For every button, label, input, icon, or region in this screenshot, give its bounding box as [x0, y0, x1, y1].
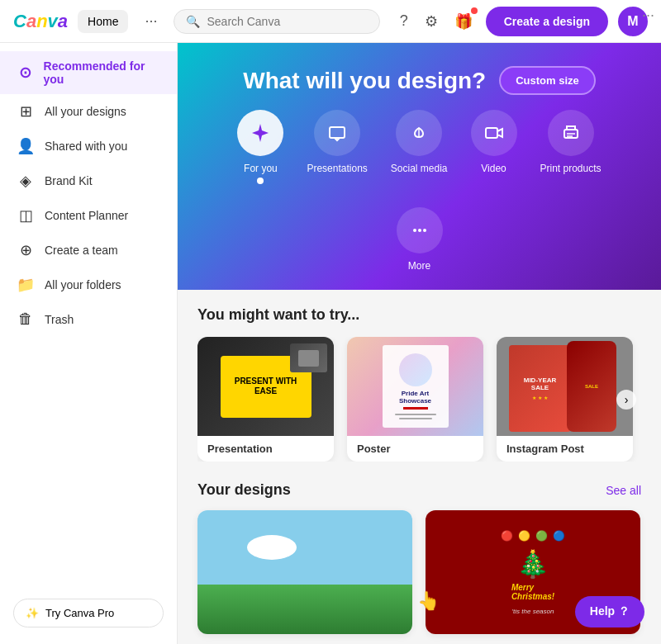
try-card-instagram[interactable]: MID-YEARSALE ★ ★ ★ SALE Instagram Post [497, 337, 633, 462]
svg-point-5 [423, 229, 426, 232]
try-grid: PRESENT WITH EASE Presentation [197, 337, 641, 462]
social-label: Social media [391, 163, 448, 174]
sidebar: ⊙ Recommended for you ⊞ All your designs… [0, 43, 178, 644]
poster-thumbnail: Pride Art Showcase [347, 337, 483, 436]
sidebar-label-all-designs: All your designs [45, 105, 126, 118]
home-icon: ⊙ [17, 64, 34, 82]
sidebar-label-brand: Brand Kit [45, 174, 93, 187]
main-content: What will you design? Custom size For yo… [178, 43, 661, 644]
pro-star-icon: ✨ [26, 607, 39, 619]
design-icon-row: For you Presentations [204, 110, 635, 272]
create-design-button[interactable]: Create a design [486, 7, 608, 36]
presentation-thumbnail: PRESENT WITH EASE [197, 337, 334, 436]
sidebar-item-brand[interactable]: ◈ Brand Kit [0, 163, 177, 198]
video-circle [471, 110, 517, 156]
christmas-tree-icon: 🎄 [516, 548, 549, 580]
instagram-phone: SALE [567, 341, 616, 432]
sidebar-item-folders[interactable]: 📁 All your folders [0, 268, 177, 302]
presentation-label: Presentation [197, 436, 334, 462]
try-card-poster[interactable]: Pride Art Showcase Poster [347, 337, 483, 462]
active-indicator [257, 178, 264, 184]
topnav: Canva Home ··· 🔍 ? ⚙ 🎁 Create a design M [0, 0, 661, 43]
more-circle [397, 207, 443, 253]
try-section-title: You might want to try... [197, 306, 641, 324]
sidebar-item-shared[interactable]: 👤 Shared with you [0, 129, 177, 163]
more-label: More [408, 260, 430, 272]
search-bar: 🔍 [174, 9, 380, 34]
folder-icon: 📁 [17, 276, 35, 294]
sidebar-label-team: Create a team [45, 244, 118, 257]
design-card-landscape[interactable] [197, 510, 412, 634]
design-icon-for-you[interactable]: For you [237, 110, 283, 184]
for-you-circle [237, 110, 283, 156]
design-icon-social[interactable]: Social media [391, 110, 448, 184]
sidebar-item-trash[interactable]: 🗑 Trash [0, 302, 177, 336]
landscape-bg [197, 510, 412, 634]
designs-section-title: Your designs [197, 481, 291, 499]
presentations-label: Presentations [307, 163, 367, 174]
poster-inner: Pride Art Showcase [383, 345, 449, 428]
svg-rect-1 [486, 128, 497, 138]
sidebar-item-recommended[interactable]: ⊙ Recommended for you [0, 51, 177, 94]
landscape-thumbnail [197, 510, 412, 634]
try-card-presentation[interactable]: PRESENT WITH EASE Presentation [197, 337, 334, 462]
try-pro-button[interactable]: ✨ Try Canva Pro [13, 599, 164, 627]
sidebar-item-all-designs[interactable]: ⊞ All your designs [0, 94, 177, 129]
print-label: Print products [540, 163, 602, 174]
design-icon-presentations[interactable]: Presentations [307, 110, 367, 184]
hero-title-row: What will you design? Custom size [204, 66, 635, 95]
for-you-label: For you [244, 163, 278, 174]
chevron-right-button[interactable]: › [616, 390, 636, 410]
cloud-shape [247, 535, 297, 560]
search-icon: 🔍 [186, 15, 200, 28]
social-circle [396, 110, 442, 156]
poster-label: Poster [347, 436, 483, 462]
home-button[interactable]: Home [78, 10, 128, 33]
sidebar-item-planner[interactable]: ◫ Content Planner [0, 198, 177, 233]
hero-title: What will you design? [243, 68, 486, 94]
poster-card-text: Pride Art Showcase [388, 390, 444, 405]
design-icon-video[interactable]: Video [471, 110, 517, 184]
gift-badge [471, 7, 478, 14]
sidebar-label-planner: Content Planner [45, 209, 128, 222]
nav-right: ? ⚙ 🎁 Create a design M [397, 7, 648, 36]
team-icon: ⊕ [17, 241, 35, 259]
more-dots-button[interactable]: ··· [138, 9, 164, 33]
design-icon-print[interactable]: Print products [540, 110, 602, 184]
sidebar-label-trash: Trash [45, 313, 74, 326]
sidebar-label-shared: Shared with you [45, 140, 127, 153]
gift-icon-button[interactable]: 🎁 [451, 9, 476, 34]
merry-christmas-text: MerryChristmas! [511, 583, 554, 601]
hero-section: What will you design? Custom size For yo… [178, 43, 661, 290]
presentations-circle [314, 110, 360, 156]
designs-header: Your designs See all [197, 481, 641, 499]
layout: ⊙ Recommended for you ⊞ All your designs… [0, 43, 661, 644]
search-input[interactable] [207, 15, 368, 28]
settings-icon-button[interactable]: ⚙ [421, 9, 441, 34]
presentation-card-text: PRESENT WITH EASE [227, 376, 305, 396]
help-icon-button[interactable]: ? [397, 9, 411, 33]
sidebar-label-recommended: Recommended for you [44, 59, 160, 86]
planner-icon: ◫ [17, 206, 35, 225]
content-area: You might want to try... PRESENT WITH EA… [178, 290, 661, 644]
svg-point-3 [413, 229, 416, 232]
svg-point-4 [418, 229, 421, 232]
brand-icon: ◈ [17, 172, 35, 190]
grid-icon: ⊞ [17, 102, 35, 121]
trash-icon: 🗑 [17, 310, 35, 328]
help-button[interactable]: Help ？ [575, 596, 644, 627]
custom-size-button[interactable]: Custom size [499, 66, 596, 95]
instagram-label: Instagram Post [497, 436, 633, 462]
sidebar-label-folders: All your folders [45, 278, 121, 291]
logo[interactable]: Canva [13, 11, 68, 32]
design-icon-more[interactable]: More [397, 207, 443, 272]
print-circle [548, 110, 594, 156]
video-label: Video [481, 163, 506, 174]
designs-grid: ··· 🔴 🟡 🟢 🔵 🎄 MerryChristmas! [197, 510, 641, 634]
try-pro-label: Try Canva Pro [45, 607, 114, 619]
instagram-thumbnail: MID-YEARSALE ★ ★ ★ SALE [497, 337, 633, 436]
sidebar-item-team[interactable]: ⊕ Create a team [0, 233, 177, 268]
see-all-button[interactable]: See all [606, 484, 641, 497]
shared-icon: 👤 [17, 137, 35, 155]
logo-text: Canva [13, 11, 68, 32]
